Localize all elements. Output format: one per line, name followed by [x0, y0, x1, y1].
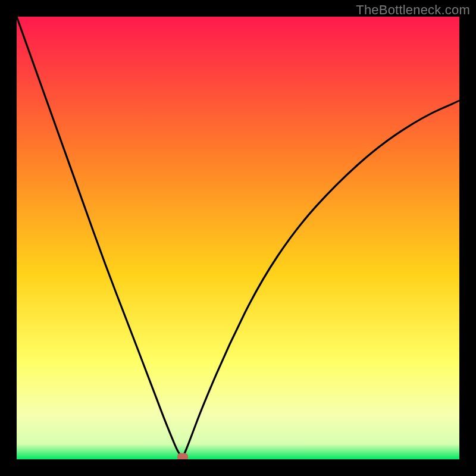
chart-frame [17, 17, 459, 459]
optimal-point-marker [177, 453, 188, 459]
watermark-text: TheBottleneck.com [356, 2, 470, 18]
bottleneck-curve [17, 17, 459, 459]
